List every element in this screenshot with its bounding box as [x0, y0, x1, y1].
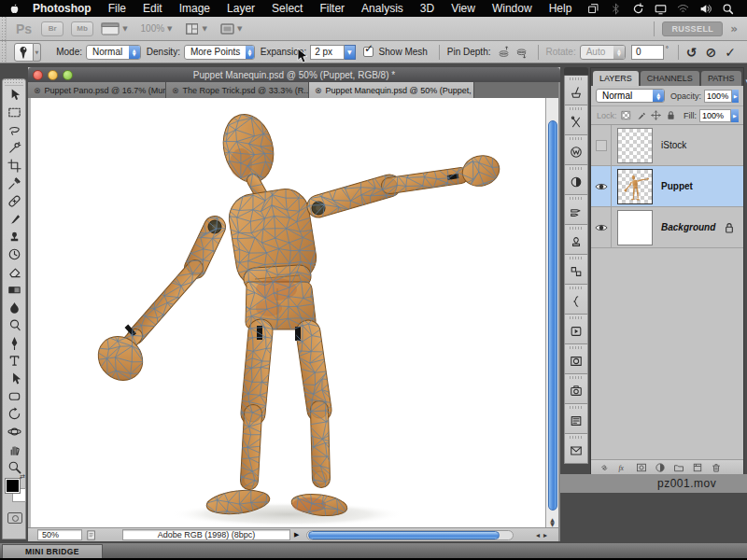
- optionsbar-grip[interactable]: [0, 41, 7, 63]
- history-brush-tool[interactable]: [3, 245, 25, 263]
- blend-mode-select[interactable]: Normal▲▼: [596, 89, 665, 103]
- trash-icon[interactable]: [711, 462, 722, 473]
- dock-clone-source-icon[interactable]: [564, 225, 588, 255]
- rectangular-marquee-tool[interactable]: [3, 104, 25, 121]
- spot-healing-brush-tool[interactable]: [3, 192, 25, 210]
- zoom-field[interactable]: 50%: [37, 529, 82, 540]
- dock-color-icon[interactable]: [564, 76, 588, 105]
- workspace-button[interactable]: RUSSELL: [662, 21, 723, 36]
- new-layer-icon[interactable]: [692, 462, 703, 473]
- commit-warp-icon[interactable]: ✓: [725, 45, 736, 60]
- dodge-tool[interactable]: [3, 316, 25, 334]
- rotate-select[interactable]: Auto▲▼: [580, 45, 626, 60]
- lock-transparency-icon[interactable]: [621, 110, 631, 120]
- vertical-scroll-thumb[interactable]: [548, 120, 557, 511]
- workspace-overflow-chevron[interactable]: »: [723, 22, 747, 35]
- density-select[interactable]: More Points▲▼: [184, 45, 255, 60]
- document-tab-1[interactable]: ⊗Puppet Pano.psd @ 16.7% (Muni...: [28, 82, 166, 98]
- gradient-tool[interactable]: [3, 281, 25, 299]
- layer-thumbnail[interactable]: [617, 128, 653, 163]
- zoom-level-control[interactable]: 100%▼: [141, 23, 173, 34]
- mannequin-artwork[interactable]: [31, 98, 545, 527]
- link-icon[interactable]: [599, 462, 610, 473]
- path-selection-tool[interactable]: [3, 370, 25, 387]
- apple-menu-icon[interactable]: [0, 3, 24, 15]
- document-tab-3[interactable]: ⊗Puppet Manequin.psd @ 50% (Puppet, RGB/…: [309, 82, 474, 98]
- rotate-angle-field[interactable]: 0: [631, 45, 664, 60]
- menu-edit[interactable]: Edit: [134, 2, 171, 15]
- menu-view[interactable]: View: [443, 2, 484, 15]
- tools-grip[interactable]: [5, 79, 23, 86]
- dock-adjustments-icon[interactable]: [564, 165, 588, 195]
- move-tool[interactable]: [3, 86, 25, 104]
- swap-colors-icon[interactable]: ⇄: [20, 473, 25, 481]
- dock-layer-comps-icon[interactable]: [564, 374, 588, 404]
- screen-mode-button[interactable]: ▼: [220, 22, 242, 35]
- dock-notes-icon[interactable]: [564, 434, 588, 464]
- mode-select[interactable]: Normal▲▼: [86, 45, 141, 60]
- group-icon[interactable]: [673, 462, 684, 473]
- menu-file[interactable]: File: [100, 2, 134, 15]
- tool-preset-dropdown[interactable]: ▼: [34, 43, 42, 62]
- opacity-value[interactable]: 100%: [704, 90, 732, 103]
- dock-paragraph-icon[interactable]: [564, 285, 588, 315]
- layer-thumbnail[interactable]: [617, 169, 653, 204]
- lock-pixels-icon[interactable]: [636, 110, 646, 120]
- quick-selection-tool[interactable]: [3, 139, 25, 157]
- revert-pins-icon[interactable]: ↺: [686, 45, 698, 60]
- rounded-rectangle-tool[interactable]: [3, 387, 25, 405]
- crop-tool[interactable]: [3, 157, 25, 175]
- layer-row-puppet[interactable]: Puppet: [591, 166, 743, 207]
- 3d-camera-orbit-tool[interactable]: [3, 423, 25, 441]
- foreground-color-swatch[interactable]: [6, 479, 20, 493]
- tab-close-icon[interactable]: ⊗: [315, 86, 322, 95]
- sync-icon[interactable]: [632, 3, 644, 15]
- canvas[interactable]: [31, 98, 545, 527]
- bridge-button[interactable]: Br: [41, 21, 63, 36]
- dock-info-icon[interactable]: [564, 404, 588, 434]
- menu-photoshop[interactable]: Photoshop: [24, 2, 100, 15]
- pin-depth-up-icon[interactable]: [497, 46, 511, 59]
- document-tab-2[interactable]: ⊗The Rope Trick.psd @ 33.3% (R...: [166, 82, 309, 98]
- dock-wegraphics-icon[interactable]: [564, 135, 588, 165]
- panel-tab-paths[interactable]: PATHS: [701, 71, 741, 86]
- layer-name[interactable]: Puppet: [661, 181, 693, 191]
- wifi-icon[interactable]: [677, 3, 689, 15]
- layer-visibility-eye-icon[interactable]: [591, 166, 612, 206]
- panel-tab-channels[interactable]: CHANNELS: [641, 71, 699, 86]
- spotlight-icon[interactable]: [722, 3, 734, 15]
- menu-image[interactable]: Image: [171, 2, 218, 15]
- document-titlebar[interactable]: Puppet Manequin.psd @ 50% (Puppet, RGB/8…: [28, 67, 560, 82]
- horizontal-scroll-arrows[interactable]: ◂▸: [536, 531, 551, 539]
- 3d-object-rotate-tool[interactable]: [3, 405, 25, 423]
- opacity-dropdown[interactable]: ▶: [732, 90, 739, 103]
- horizontal-scrollbar[interactable]: [306, 530, 514, 540]
- layer-name[interactable]: Background: [661, 222, 715, 232]
- menu-analysis[interactable]: Analysis: [353, 2, 412, 15]
- lock-position-icon[interactable]: [651, 110, 661, 120]
- menu-window[interactable]: Window: [484, 2, 541, 15]
- menu-filter[interactable]: Filter: [311, 2, 353, 15]
- show-mesh-checkbox[interactable]: ✓: [363, 47, 374, 57]
- fx-icon[interactable]: fx: [617, 462, 628, 473]
- menu-help[interactable]: Help: [541, 2, 581, 15]
- dock-tool-presets-icon[interactable]: [564, 105, 588, 135]
- layers-panel-menu-icon[interactable]: ▾≡: [741, 77, 747, 86]
- menu-layer[interactable]: Layer: [218, 2, 263, 15]
- adjustment-icon[interactable]: [655, 462, 666, 473]
- volume-icon[interactable]: [699, 3, 712, 15]
- pen-tool[interactable]: [3, 334, 25, 352]
- layer-name[interactable]: iStock: [661, 140, 686, 150]
- menu-select[interactable]: Select: [263, 2, 311, 15]
- layer-thumbnail[interactable]: [617, 210, 653, 245]
- dock-collapse-bar[interactable]: [564, 67, 588, 75]
- panel-tab-layers[interactable]: LAYERS: [593, 71, 639, 86]
- type-tool[interactable]: [3, 352, 25, 370]
- expansion-dropdown[interactable]: ▼: [345, 45, 356, 60]
- expansion-field[interactable]: 2 px: [310, 45, 345, 60]
- arrange-documents-button[interactable]: ▼: [185, 22, 206, 35]
- layer-row-background[interactable]: Background: [591, 207, 743, 248]
- appbar-grip[interactable]: [0, 17, 7, 40]
- fill-dropdown[interactable]: ▶: [731, 109, 739, 122]
- minibridge-button[interactable]: Mb: [71, 21, 93, 36]
